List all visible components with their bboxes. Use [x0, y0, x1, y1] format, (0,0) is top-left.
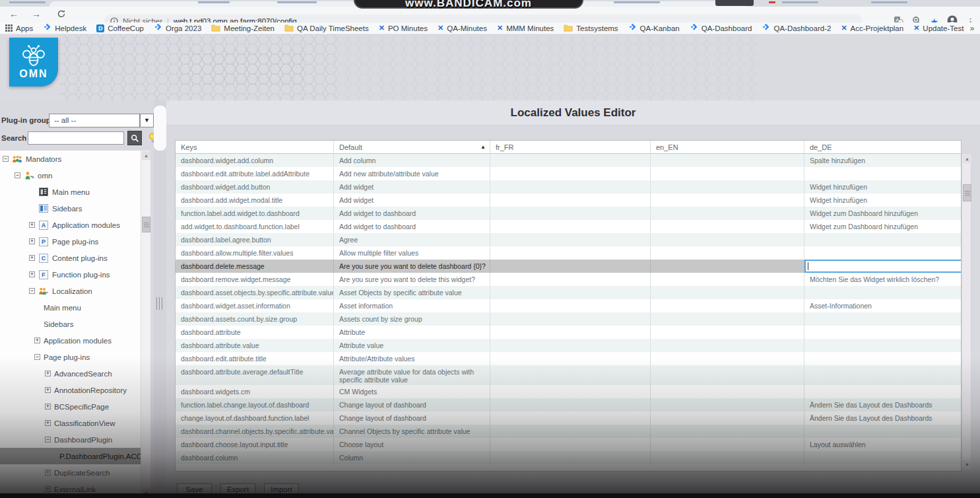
- expand-icon[interactable]: +: [45, 371, 51, 376]
- cell-en-EN[interactable]: [651, 180, 804, 194]
- plugin-group-dropdown-icon[interactable]: ▼: [140, 114, 154, 127]
- cell-de-DE[interactable]: [804, 246, 961, 260]
- cell-fr-FR[interactable]: [490, 286, 651, 299]
- cell-en-EN[interactable]: [651, 339, 804, 352]
- cell-de-DE[interactable]: [804, 451, 961, 464]
- cell-de-DE[interactable]: [804, 233, 961, 246]
- cell-en-EN[interactable]: [651, 273, 804, 286]
- tree-item-page-plug-ins[interactable]: −Page plug-ins: [0, 349, 141, 365]
- collapse-icon[interactable]: −: [29, 288, 35, 294]
- cell-en-EN[interactable]: [651, 438, 804, 451]
- table-row-dashboard-allow-multiple-filter-values[interactable]: dashboard.allow.multiple.filter.valuesAl…: [176, 246, 961, 260]
- expand-icon[interactable]: +: [45, 470, 51, 476]
- tree-item-sidebars[interactable]: Sidebars: [0, 316, 141, 332]
- tree-item-sidebars[interactable]: Sidebars: [0, 200, 141, 217]
- table-row-dashboard-assets-count-by-size-group[interactable]: dashboard.assets.count.by.size.groupAsse…: [176, 312, 961, 326]
- collapse-icon[interactable]: −: [3, 156, 9, 162]
- cell-de-DE[interactable]: Ändern Sie das Layout des Dashboards: [804, 398, 961, 411]
- bookmarks-overflow-chevron[interactable]: »: [964, 24, 980, 33]
- tree-item-duplicatesearch[interactable]: +DuplicateSearch: [0, 464, 141, 481]
- bookmark-update-testsys-anlei[interactable]: ✕Update-Testsys-Anlei: [913, 24, 964, 32]
- tree-item-content-plug-ins[interactable]: +CContent plug-ins: [0, 250, 141, 266]
- cell-fr-FR[interactable]: [490, 207, 651, 220]
- cell-fr-FR[interactable]: [490, 220, 651, 233]
- forward-arrow-icon[interactable]: →: [30, 9, 42, 19]
- omn-logo[interactable]: OMN: [9, 38, 58, 87]
- cell-fr-FR[interactable]: [490, 273, 651, 286]
- cell-de-DE[interactable]: Asset-Informationen: [804, 299, 961, 312]
- tree-item-application-modules[interactable]: +Application modules: [0, 332, 141, 349]
- plugin-group-select[interactable]: -- all --: [49, 114, 140, 127]
- expand-icon[interactable]: +: [34, 338, 40, 343]
- table-row-dashboard-delete-message[interactable]: dashboard.delete.messageAre you sure you…: [176, 260, 961, 273]
- cell-de-DE[interactable]: [804, 286, 961, 299]
- scroll-down-icon[interactable]: ▼: [963, 460, 971, 469]
- bookmark-qa-dashboard[interactable]: QA-Dashboard: [690, 23, 752, 33]
- cell-fr-FR[interactable]: [490, 154, 651, 167]
- bookmark-qa-minutes[interactable]: ✕QA-Minutes: [438, 24, 487, 32]
- column-header-en-en[interactable]: en_EN: [651, 141, 804, 153]
- cell-fr-FR[interactable]: [490, 438, 651, 451]
- table-row-dashboard-edit-attribute-title[interactable]: dashboard.edit.attribute.titleAttribute/…: [176, 352, 961, 365]
- cell-de-DE[interactable]: [804, 339, 961, 352]
- tree-item-omn[interactable]: −omn: [0, 167, 141, 184]
- cell-en-EN[interactable]: [651, 260, 804, 273]
- bookmark-coffeecup[interactable]: DCoffeeCup: [96, 24, 144, 32]
- cell-de-DE[interactable]: Widget hinzufügen: [804, 180, 961, 194]
- table-row-dashboard-attribute-average-defaulttitle[interactable]: dashboard.attribute.average.defaultTitle…: [176, 365, 961, 385]
- cell-en-EN[interactable]: [651, 286, 804, 299]
- collapse-icon[interactable]: −: [45, 437, 51, 443]
- cell-fr-FR[interactable]: [490, 233, 651, 246]
- expand-icon[interactable]: +: [45, 404, 51, 409]
- de-DE-edit-input[interactable]: [804, 260, 961, 273]
- cell-en-EN[interactable]: [651, 451, 804, 464]
- cell-en-EN[interactable]: [651, 352, 804, 365]
- cell-en-EN[interactable]: [651, 154, 804, 167]
- cell-de-DE[interactable]: [804, 326, 961, 339]
- scroll-up-icon[interactable]: ▲: [963, 155, 971, 163]
- tree-item-localization[interactable]: −Localization: [0, 283, 141, 299]
- tree-item-dashboardplugin[interactable]: −DashboardPlugin: [0, 431, 141, 448]
- cell-fr-FR[interactable]: [490, 451, 651, 464]
- cell-fr-FR[interactable]: [490, 260, 651, 273]
- table-row-dashboard-widget-asset-information[interactable]: dashboard.widget.asset.informationAsset …: [176, 299, 961, 312]
- cell-en-EN[interactable]: [651, 365, 804, 385]
- table-row-dashboard-widgets-cm[interactable]: dashboard.widgets.cmCM Widgets: [176, 385, 961, 398]
- table-row-dashboard-attribute[interactable]: dashboard.attributeAttribute: [176, 326, 961, 339]
- back-arrow-icon[interactable]: ←: [8, 9, 20, 19]
- expand-icon[interactable]: +: [29, 271, 35, 277]
- cell-de-DE[interactable]: [804, 312, 961, 326]
- cell-en-EN[interactable]: [651, 246, 804, 260]
- reload-icon[interactable]: [55, 9, 67, 20]
- cell-en-EN[interactable]: [651, 326, 804, 339]
- expand-icon[interactable]: +: [29, 255, 35, 261]
- collapse-icon[interactable]: −: [15, 172, 20, 178]
- cell-en-EN[interactable]: [651, 207, 804, 220]
- bookmark-acc-projektplan[interactable]: ✕Acc-Projektplan: [841, 24, 903, 32]
- cell-fr-FR[interactable]: [490, 339, 651, 352]
- cell-fr-FR[interactable]: [490, 365, 651, 385]
- tree-item-classificationview[interactable]: +ClassificationView: [0, 415, 141, 431]
- cell-de-DE[interactable]: Möchten Sie das Widget wirklich löschen?: [804, 273, 961, 286]
- tree-item-mandators[interactable]: −Mandators: [0, 151, 141, 167]
- cell-fr-FR[interactable]: [490, 299, 651, 312]
- cell-en-EN[interactable]: [651, 167, 804, 180]
- collapse-icon[interactable]: −: [34, 354, 40, 360]
- column-header-default[interactable]: Default▲: [334, 141, 490, 153]
- cell-de-DE[interactable]: [804, 167, 961, 180]
- table-scrollbar[interactable]: ▲ ▼: [962, 153, 971, 470]
- cell-fr-FR[interactable]: [490, 194, 651, 207]
- expand-icon[interactable]: +: [45, 486, 51, 492]
- table-row-dashboard-label-agree-button[interactable]: dashboard.label.agree.buttonAgree: [176, 233, 961, 246]
- cell-en-EN[interactable]: [651, 194, 804, 207]
- cell-en-EN[interactable]: [651, 411, 804, 425]
- table-row-add-widget-to-dashboard-function-label[interactable]: add.widget.to.dashboard.function.labelAd…: [176, 220, 961, 233]
- cell-de-DE[interactable]: [804, 425, 961, 438]
- scroll-up-icon[interactable]: ▲: [142, 151, 150, 160]
- cell-de-DE[interactable]: Widget zum Dashboard hinzufügen: [804, 220, 961, 233]
- cell-fr-FR[interactable]: [490, 312, 651, 326]
- cell-de-DE[interactable]: Widget zum Dashboard hinzufügen: [804, 207, 961, 220]
- cell-fr-FR[interactable]: [490, 167, 651, 180]
- table-row-dashboard-remove-widget-message[interactable]: dashboard.remove.widget.messageAre you s…: [176, 273, 961, 286]
- cell-en-EN[interactable]: [651, 220, 804, 233]
